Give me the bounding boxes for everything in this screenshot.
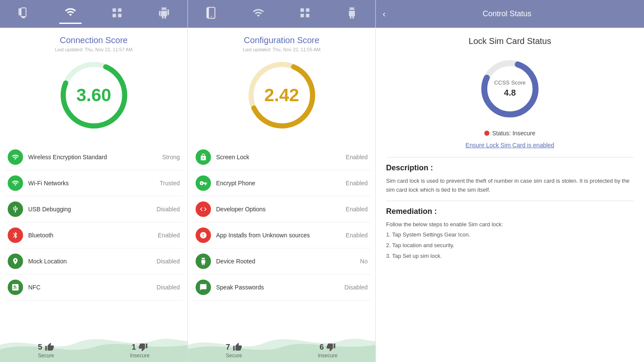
encrypt-phone-value: Enabled bbox=[346, 180, 368, 187]
remediation-step-2: 2. Tap location and security. bbox=[386, 241, 634, 250]
nfc-icon bbox=[8, 280, 23, 295]
description-body: Sim card lock is used to prevent the the… bbox=[386, 177, 634, 195]
usb-debug-label: USB Debugging bbox=[28, 206, 157, 213]
usb-debug-icon bbox=[8, 201, 23, 217]
bluetooth-icon bbox=[8, 228, 23, 243]
device-rooted-icon bbox=[196, 254, 211, 269]
middle-bottom-stats: 7 Secure 6 Insecure bbox=[188, 342, 375, 359]
remediation-body: Follow the below steps to enable Sim car… bbox=[386, 220, 634, 261]
speak-passwords-value: Disabled bbox=[345, 284, 368, 291]
secure-stat: 5 Secure bbox=[38, 342, 54, 359]
connection-score-value: 3.60 bbox=[76, 85, 111, 105]
speak-passwords-label: Speak Passwords bbox=[216, 284, 345, 291]
mock-loc-label: Mock Location bbox=[28, 258, 157, 265]
connection-score-title: Connection Score bbox=[60, 35, 128, 45]
list-item: USB Debugging Disabled bbox=[4, 196, 183, 222]
list-item: Bluetooth Enabled bbox=[4, 222, 183, 248]
nav-wifi-icon[interactable] bbox=[59, 4, 82, 24]
right-header: ‹ Control Status bbox=[376, 0, 644, 28]
middle-bottom-section: 7 Secure 6 Insecure bbox=[188, 319, 375, 362]
right-panel: ‹ Control Status Lock Sim Card Status CC… bbox=[376, 0, 644, 362]
insecure-label-m: Insecure bbox=[318, 353, 337, 359]
middle-panel: Configuration Score Last updated: Thu, N… bbox=[188, 0, 376, 362]
dev-options-value: Enabled bbox=[346, 206, 368, 213]
nav-device-icon[interactable] bbox=[12, 5, 35, 23]
wifi-enc-icon bbox=[8, 149, 23, 165]
left-nav-bar bbox=[0, 0, 187, 28]
connection-list: Wireless Encryption Standard Strong Wi-F… bbox=[0, 144, 187, 319]
config-score-subtitle: Last updated: Thu, Nov 22, 11:55 AM bbox=[243, 47, 320, 52]
wifi-networks-value: Trusted bbox=[160, 180, 180, 187]
lock-sim-title: Lock Sim Card Status bbox=[386, 36, 634, 46]
svg-rect-3 bbox=[113, 8, 116, 12]
right-content: Lock Sim Card Status CCSS Score 4.8 Stat… bbox=[376, 28, 644, 362]
wifi-networks-icon bbox=[8, 175, 23, 191]
list-item: Wireless Encryption Standard Strong bbox=[4, 144, 183, 170]
svg-rect-15 bbox=[306, 14, 310, 17]
list-item: Mock Location Disabled bbox=[4, 248, 183, 274]
config-score-section: Configuration Score Last updated: Thu, N… bbox=[188, 28, 375, 144]
secure-count: 5 bbox=[38, 343, 42, 352]
secure-stat-m: 7 Secure bbox=[226, 342, 242, 359]
dev-options-label: Developer Options bbox=[216, 206, 346, 213]
wifi-networks-label: Wi-Fi Networks bbox=[28, 180, 160, 187]
divider bbox=[386, 157, 634, 158]
device-rooted-label: Device Rooted bbox=[216, 258, 360, 265]
screen-lock-value: Enabled bbox=[346, 154, 368, 161]
config-score-title: Configuration Score bbox=[244, 35, 319, 45]
status-text: Status: Insecure bbox=[492, 130, 535, 137]
svg-rect-4 bbox=[118, 8, 122, 12]
nav-grid-icon-m[interactable] bbox=[294, 5, 316, 23]
ccss-score-label: CCSS Score 4.8 bbox=[494, 79, 526, 99]
left-bottom-stats: 5 Secure 1 Insecure bbox=[0, 342, 187, 359]
status-row: Status: Insecure bbox=[386, 130, 634, 137]
svg-rect-1 bbox=[22, 16, 25, 18]
svg-rect-11 bbox=[206, 7, 209, 18]
svg-rect-2 bbox=[18, 8, 21, 15]
unknown-sources-icon bbox=[196, 228, 211, 243]
description-title: Description : bbox=[386, 163, 634, 172]
list-item: Device Rooted No bbox=[192, 248, 371, 274]
svg-rect-12 bbox=[301, 8, 304, 12]
svg-rect-6 bbox=[118, 14, 122, 17]
svg-rect-0 bbox=[21, 8, 26, 17]
remediation-title: Remediation : bbox=[386, 207, 634, 216]
nav-android-icon[interactable] bbox=[153, 5, 175, 23]
ccss-score-number: 4.8 bbox=[494, 87, 526, 99]
mock-loc-icon bbox=[8, 254, 23, 269]
nav-device-icon-m[interactable] bbox=[200, 5, 222, 23]
back-button[interactable]: ‹ bbox=[383, 9, 386, 19]
list-item: Developer Options Enabled bbox=[192, 196, 371, 222]
list-item: Wi-Fi Networks Trusted bbox=[4, 170, 183, 196]
usb-debug-value: Disabled bbox=[157, 206, 180, 213]
secure-count-m: 7 bbox=[226, 343, 230, 352]
remediation-step-1: 1. Tap System Settings Gear Icon. bbox=[386, 231, 634, 239]
remediation-step-0: Follow the below steps to enable Sim car… bbox=[386, 220, 634, 229]
svg-rect-5 bbox=[113, 14, 116, 17]
bluetooth-label: Bluetooth bbox=[28, 232, 158, 239]
nfc-label: NFC bbox=[28, 284, 157, 291]
secure-label: Secure bbox=[38, 353, 54, 359]
insecure-stat-m: 6 Insecure bbox=[318, 342, 337, 359]
left-bottom-section: 5 Secure 1 Insecure bbox=[0, 319, 187, 362]
right-header-title: Control Status bbox=[392, 9, 622, 18]
secure-label-m: Secure bbox=[226, 353, 242, 359]
divider2 bbox=[386, 201, 634, 201]
unknown-sources-label: App Installs from Unknown sources bbox=[216, 232, 346, 239]
nav-wifi-icon-m[interactable] bbox=[247, 5, 269, 23]
ensure-link[interactable]: Ensure Lock Sim Card is enabled bbox=[386, 142, 634, 149]
list-item: Screen Lock Enabled bbox=[192, 144, 371, 170]
mock-loc-value: Disabled bbox=[157, 258, 180, 265]
config-score-value: 2.42 bbox=[264, 85, 299, 105]
encrypt-phone-icon bbox=[196, 175, 211, 191]
insecure-label: Insecure bbox=[130, 353, 149, 359]
connection-score-subtitle: Last updated: Thu, Nov 22, 11:57 AM bbox=[55, 47, 132, 52]
dev-options-icon bbox=[196, 201, 211, 217]
speak-passwords-icon bbox=[196, 280, 211, 295]
nav-android-icon-m[interactable] bbox=[341, 5, 363, 23]
bluetooth-value: Enabled bbox=[158, 232, 180, 239]
nav-grid-icon[interactable] bbox=[106, 5, 128, 23]
wireless-enc-label: Wireless Encryption Standard bbox=[28, 154, 162, 161]
insecure-count: 1 bbox=[132, 343, 136, 352]
middle-nav-bar bbox=[188, 0, 375, 28]
